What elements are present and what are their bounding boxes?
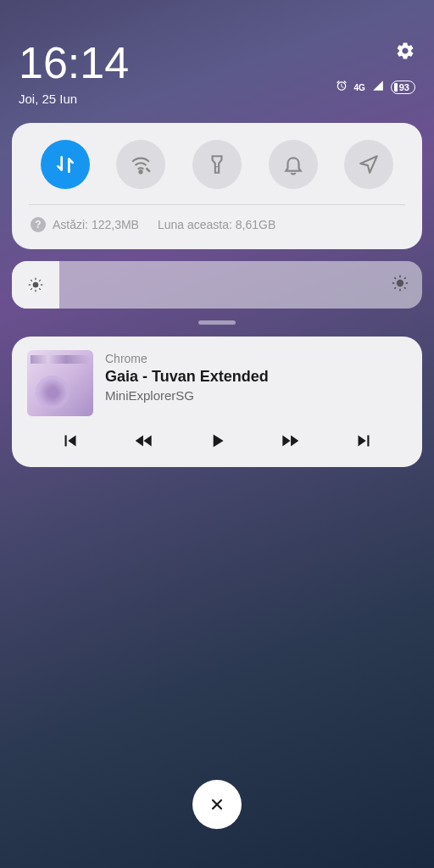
wifi-toggle[interactable] (116, 140, 165, 189)
today-value: 122,3MB (92, 218, 139, 231)
brightness-max-icon (392, 275, 409, 295)
status-bar: 4G 93 (335, 80, 415, 95)
svg-line-10 (31, 288, 32, 290)
month-label: Luna aceasta: (158, 218, 232, 231)
signal-icon (370, 80, 386, 95)
fast-forward-button[interactable] (279, 430, 301, 455)
panel-drag-handle[interactable] (198, 320, 236, 325)
close-panel-button[interactable] (192, 780, 242, 829)
clock-date: Joi, 25 Iun (19, 92, 129, 106)
today-label: Astăzi: (53, 218, 88, 231)
battery-indicator: 93 (391, 81, 415, 94)
data-usage-row[interactable]: ? Astăzi: 122,3MB Luna aceasta: 8,61GB (27, 217, 407, 234)
play-button[interactable] (206, 430, 228, 455)
media-artist: MiniExplorerSG (105, 388, 269, 403)
rewind-button[interactable] (133, 430, 155, 455)
mobile-data-toggle[interactable] (41, 140, 90, 189)
network-type-label: 4G (353, 83, 364, 92)
skip-next-button[interactable] (353, 430, 375, 455)
battery-percent: 93 (399, 82, 409, 92)
brightness-min-icon (12, 261, 59, 309)
svg-line-11 (39, 280, 41, 281)
svg-line-20 (404, 277, 406, 279)
svg-line-1 (147, 168, 150, 171)
location-toggle[interactable] (344, 140, 393, 189)
clock-time: 16:14 (19, 41, 129, 85)
brightness-slider[interactable] (12, 261, 422, 309)
album-art (27, 350, 93, 416)
skip-previous-button[interactable] (59, 430, 81, 455)
svg-line-9 (39, 288, 41, 290)
media-notification[interactable]: Chrome Gaia - Tuvan Extended MiniExplore… (12, 337, 422, 467)
help-icon: ? (31, 217, 46, 232)
flashlight-toggle[interactable] (192, 140, 242, 189)
svg-line-17 (394, 277, 396, 279)
quick-settings-panel: ? Astăzi: 122,3MB Luna aceasta: 8,61GB (12, 123, 422, 249)
month-value: 8,61GB (236, 218, 275, 231)
alarm-icon (335, 80, 348, 95)
svg-line-18 (404, 287, 406, 289)
svg-line-8 (31, 280, 32, 281)
svg-point-0 (140, 170, 142, 173)
media-title: Gaia - Tuvan Extended (105, 368, 269, 386)
dnd-toggle[interactable] (269, 140, 318, 189)
settings-gear-icon[interactable] (395, 41, 415, 64)
svg-point-12 (397, 280, 403, 287)
svg-point-3 (33, 282, 39, 288)
svg-line-19 (394, 287, 396, 289)
media-app-name: Chrome (105, 352, 269, 365)
